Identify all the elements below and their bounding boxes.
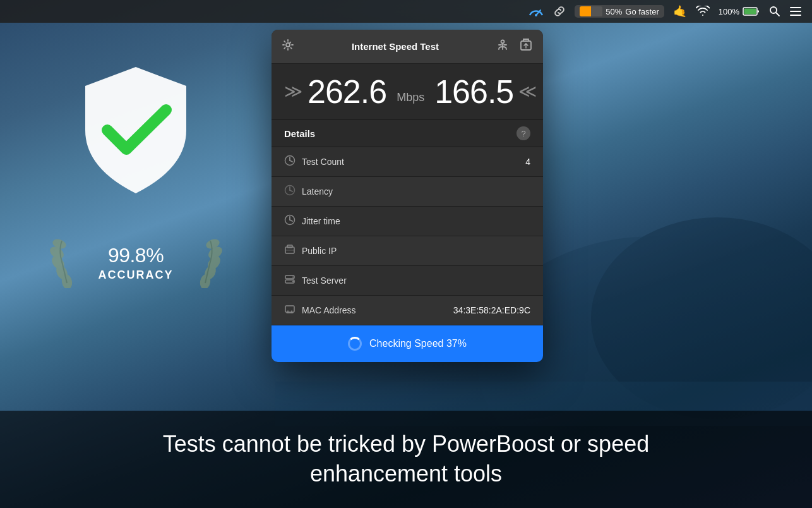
help-icon[interactable]: ? — [516, 126, 530, 140]
detail-row-latency: Latency — [272, 177, 543, 207]
public-ip-label: Public IP — [302, 246, 530, 256]
svg-line-33 — [290, 190, 292, 191]
upload-arrows-icon: ≪ — [518, 83, 537, 100]
panel-header: Internet Speed Test — [272, 30, 543, 64]
detail-row-mac-address: MAC Address 34:3E:58:2A:ED:9C — [272, 296, 543, 325]
svg-point-42 — [292, 277, 294, 278]
detail-row-test-server: Test Server — [272, 266, 543, 296]
detail-row-jitter: Jitter time — [272, 207, 543, 236]
jitter-icon — [284, 214, 302, 228]
public-ip-icon — [284, 244, 302, 258]
download-arrows-icon: ≫ — [284, 83, 302, 100]
shield-icon — [73, 61, 199, 200]
mac-address-icon — [284, 303, 302, 317]
check-speed-button[interactable]: Checking Speed 37% — [272, 325, 543, 362]
anchor-icon[interactable] — [496, 39, 509, 54]
svg-rect-6 — [744, 9, 756, 15]
progress-label: Checking Speed 37% — [369, 338, 467, 349]
svg-rect-44 — [285, 306, 294, 312]
laurel-right-icon — [186, 238, 224, 288]
menubar-link-icon — [553, 5, 566, 18]
test-count-label: Test Count — [302, 157, 525, 167]
menubar-battery: 100% — [719, 6, 760, 16]
accuracy-percent: 99.8% — [99, 244, 174, 267]
menubar-wifi-icon — [696, 6, 710, 17]
accuracy-label: ACCURACY — [99, 269, 174, 282]
bottom-text-section: Tests cannot be tricked by PowerBoost or… — [0, 411, 812, 508]
battery-percent: 100% — [719, 7, 739, 16]
menubar-search-icon[interactable] — [769, 6, 780, 17]
menubar-list-icon[interactable] — [789, 6, 802, 16]
latency-icon — [284, 184, 302, 198]
panel-title: Internet Speed Test — [352, 41, 439, 52]
progress-spinner — [348, 337, 362, 351]
svg-line-36 — [290, 220, 292, 221]
svg-rect-38 — [287, 245, 292, 248]
speed-display: ≫ 262.6 Mbps 166.5 ≪ — [272, 64, 543, 120]
svg-point-23 — [286, 43, 290, 47]
boost-percent: 50% — [606, 7, 622, 16]
settings-icon[interactable] — [282, 39, 294, 54]
boost-bar — [580, 6, 602, 16]
menubar: 50% Go faster 🤙 100% — [0, 0, 812, 23]
speed-unit: Mbps — [397, 91, 424, 111]
latency-label: Latency — [302, 186, 530, 197]
app-panel: Internet Speed Test — [272, 30, 543, 362]
menubar-speedometer-icon — [528, 5, 544, 18]
menubar-hand-icon: 🤙 — [673, 4, 687, 18]
svg-line-30 — [290, 160, 292, 162]
jitter-label: Jitter time — [302, 216, 530, 226]
test-server-label: Test Server — [302, 275, 530, 286]
test-count-icon — [284, 155, 302, 169]
svg-point-43 — [292, 281, 294, 282]
detail-row-test-count: Test Count 4 — [272, 147, 543, 177]
download-speed-value: 262.6 — [307, 73, 386, 111]
boost-label: Go faster — [625, 7, 659, 16]
detail-rows: Test Count 4 Latency — [272, 147, 543, 325]
test-count-value: 4 — [525, 157, 530, 167]
laurel-left-icon — [48, 238, 86, 288]
svg-line-9 — [776, 13, 779, 16]
accuracy-text: 99.8% ACCURACY — [99, 244, 174, 282]
mac-address-value: 34:3E:58:2A:ED:9C — [453, 305, 530, 315]
detail-row-public-ip: Public IP — [272, 236, 543, 266]
shield-container — [73, 61, 199, 200]
details-title: Details — [284, 128, 315, 139]
menubar-boost-button[interactable]: 50% Go faster — [575, 5, 664, 18]
bottom-tagline: Tests cannot be tricked by PowerBoost or… — [122, 430, 690, 489]
panel-header-icons — [496, 39, 533, 54]
details-header: Details ? — [272, 120, 543, 147]
upload-speed-value: 166.5 — [434, 73, 513, 111]
svg-point-4 — [535, 14, 537, 16]
accuracy-section: 99.8% ACCURACY — [48, 238, 224, 288]
test-server-icon — [284, 274, 302, 287]
mac-address-label: MAC Address — [302, 305, 453, 315]
export-icon[interactable] — [519, 39, 533, 54]
